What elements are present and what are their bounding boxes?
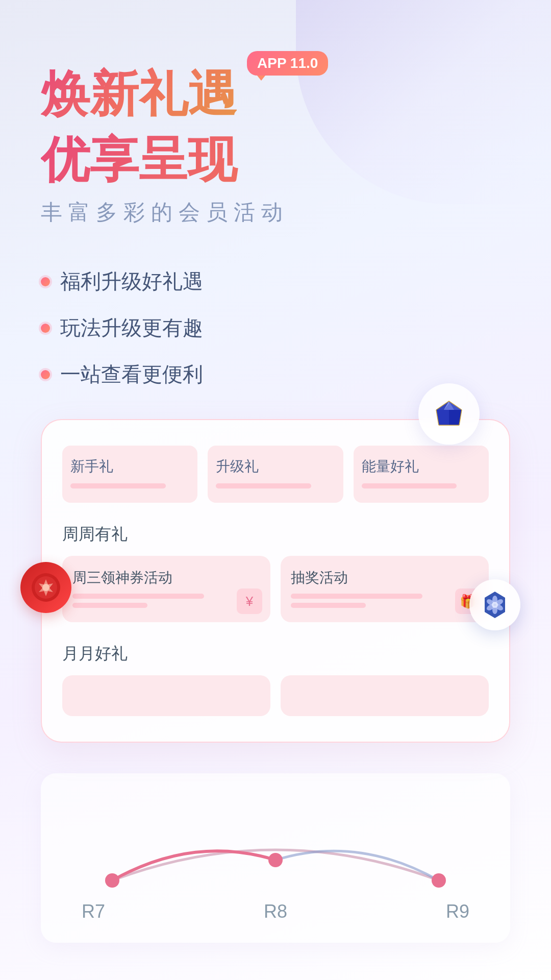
- activity-bar-1b: [72, 603, 147, 608]
- svg-point-13: [42, 584, 49, 591]
- red-badge-icon: [20, 562, 71, 613]
- feature-list: 福利升级好礼遇 玩法升级更有趣 一站查看更便利: [41, 267, 510, 388]
- blue-badge-svg: [480, 590, 510, 620]
- feature-text-2: 玩法升级更有趣: [60, 314, 203, 342]
- monthly-title: 月月好礼: [62, 643, 489, 665]
- main-title-line1: 焕新礼遇: [41, 66, 237, 122]
- svg-point-23: [432, 873, 446, 888]
- activity-bar-2b: [291, 603, 366, 608]
- gift-tab-title-3: 能量好礼: [362, 457, 481, 476]
- gift-tab-title-2: 升级礼: [216, 457, 335, 476]
- progress-labels: R7 R8 R9: [71, 901, 480, 922]
- gift-tabs: 新手礼 升级礼 能量好礼: [62, 446, 489, 503]
- activity-bar-2: [291, 594, 422, 599]
- level-r9: R9: [446, 901, 469, 922]
- monthly-card-2: [281, 675, 489, 716]
- yuan-icon: ¥: [237, 589, 262, 614]
- monthly-card-1: [62, 675, 270, 716]
- activity-card-2[interactable]: 抽奖活动 🎁: [281, 556, 489, 622]
- gift-tab-bar-3: [362, 483, 457, 488]
- gift-tab-bar-2: [216, 483, 311, 488]
- level-r7: R7: [82, 901, 105, 922]
- red-badge-svg: [31, 572, 61, 603]
- feature-item-1: 福利升级好礼遇: [41, 267, 510, 296]
- gift-tab-1[interactable]: 新手礼: [62, 446, 197, 503]
- diamond-svg: [431, 399, 467, 429]
- title-line-1: 焕新礼遇 APP 11.0: [41, 61, 510, 127]
- diamond-icon: [418, 383, 480, 445]
- feature-text-3: 一站查看更便利: [60, 360, 203, 388]
- feature-dot-3: [41, 370, 50, 379]
- gift-tab-title-1: 新手礼: [70, 457, 189, 476]
- svg-point-20: [492, 602, 498, 608]
- gift-tab-3[interactable]: 能量好礼: [354, 446, 489, 503]
- feature-dot-1: [41, 277, 50, 286]
- progress-arc-container: [71, 799, 480, 891]
- gift-tab-bar-1: [70, 483, 166, 488]
- main-container: 焕新礼遇 APP 11.0 优享呈现 丰富多彩的会员活动 福利升级好礼遇 玩法升…: [0, 0, 551, 980]
- gift-tab-2[interactable]: 升级礼: [208, 446, 343, 503]
- svg-point-21: [105, 873, 119, 888]
- blue-badge-icon: [469, 579, 520, 630]
- monthly-row: [62, 675, 489, 716]
- weekly-title: 周周有礼: [62, 523, 489, 546]
- main-card: 新手礼 升级礼 能量好礼 周周有礼 周三领神券活动: [41, 419, 510, 743]
- level-r8: R8: [264, 901, 287, 922]
- progress-arc-svg: [71, 809, 480, 891]
- activity-bar-1: [72, 594, 204, 599]
- activity-title-2: 抽奖活动: [291, 568, 479, 587]
- activity-row: 周三领神券活动 ¥ 抽奖活动 🎁: [62, 556, 489, 622]
- svg-point-22: [268, 853, 283, 867]
- feature-item-2: 玩法升级更有趣: [41, 314, 510, 342]
- activity-title-1: 周三领神券活动: [72, 568, 260, 587]
- main-title-line2: 优享呈现: [41, 132, 510, 188]
- progress-section: R7 R8 R9: [41, 773, 510, 943]
- version-badge: APP 11.0: [247, 51, 328, 76]
- feature-text-1: 福利升级好礼遇: [60, 267, 203, 296]
- activity-card-1[interactable]: 周三领神券活动 ¥: [62, 556, 270, 622]
- header-section: 焕新礼遇 APP 11.0 优享呈现 丰富多彩的会员活动: [41, 61, 510, 227]
- feature-dot-2: [41, 324, 50, 333]
- subtitle: 丰富多彩的会员活动: [41, 198, 510, 227]
- ui-section: 新手礼 升级礼 能量好礼 周周有礼 周三领神券活动: [41, 419, 510, 743]
